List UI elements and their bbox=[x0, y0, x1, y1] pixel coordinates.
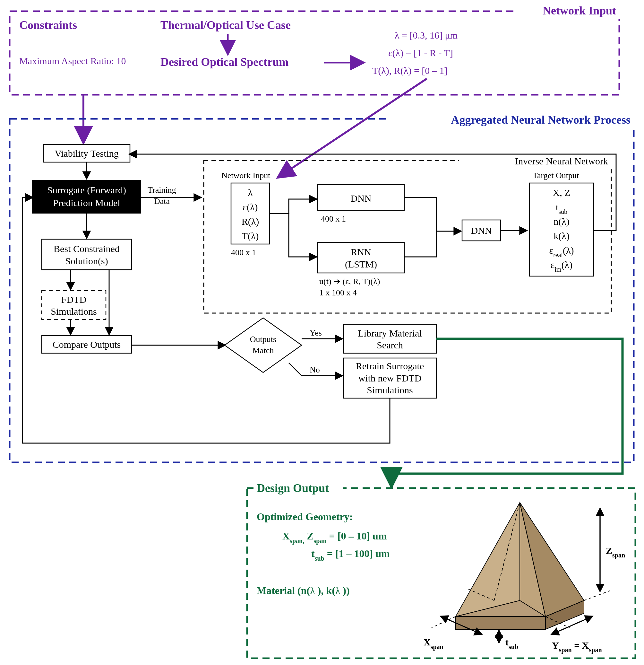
retrain-line2: with new FDTD bbox=[358, 373, 422, 383]
svg-rect-0 bbox=[9, 11, 619, 95]
zspan-label: Zspan bbox=[606, 545, 625, 559]
geom-line2: tsub = [1 – 100] um bbox=[311, 548, 390, 562]
pyramid-icon: Zspan Yspan = Xspan Xspan tsub bbox=[424, 502, 625, 654]
compare-box: Compare Outputs bbox=[42, 336, 132, 353]
decision-line1: Outputs bbox=[250, 335, 276, 344]
compare-label: Compare Outputs bbox=[53, 339, 121, 350]
usecase-line1: Thermal/Optical Use Case bbox=[160, 19, 291, 32]
dnn-label: DNN bbox=[351, 193, 372, 204]
rnn-line2: (LSTM) bbox=[345, 259, 377, 270]
rnn-note1: u(t) ➔ (ε, R, T)(λ) bbox=[319, 277, 380, 286]
network-input-title: Network Input bbox=[543, 4, 616, 17]
rnn-line1: RNN bbox=[351, 247, 371, 257]
network-input-panel: Network Input Constraints Maximum Aspect… bbox=[9, 3, 623, 95]
inverse-nn-panel: Inverse Neural Network Network Input λ ε… bbox=[204, 154, 613, 313]
training-data-line1: Training bbox=[148, 185, 176, 195]
constraints-value: Maximum Aspect Ratio: 10 bbox=[19, 56, 126, 66]
training-data-line2: Data bbox=[154, 196, 170, 206]
target-line2: n(λ) bbox=[553, 216, 569, 227]
decision-line2: Match bbox=[253, 346, 274, 355]
spec-line3: T(λ), R(λ) = [0 – 1] bbox=[372, 65, 447, 76]
surrogate-box: Surrogate (Forward) Prediction Model bbox=[32, 180, 141, 213]
material-label: Material (n(λ ), k(λ )) bbox=[257, 585, 350, 596]
library-search-box: Library Material Search bbox=[343, 324, 436, 353]
fdtd-line2: Simulations bbox=[51, 306, 97, 317]
aggregated-title: Aggregated Neural Network Process bbox=[451, 113, 630, 126]
tsub-label: tsub bbox=[505, 637, 518, 650]
retrain-feedback-arrow bbox=[22, 197, 390, 443]
opt-geom-title: Optimized Geometry: bbox=[257, 511, 353, 522]
best-line2: Solution(s) bbox=[65, 255, 108, 267]
split-to-rnn-arrow bbox=[270, 213, 316, 257]
rnn-to-dnn2-arrow bbox=[404, 231, 436, 257]
target-line3: k(λ) bbox=[553, 231, 569, 242]
inverse-input-1: ε(λ) bbox=[242, 202, 258, 213]
svg-marker-23 bbox=[456, 502, 520, 616]
design-output-panel: Design Output Optimized Geometry: Xspan,… bbox=[247, 480, 635, 658]
library-line2: Search bbox=[377, 340, 403, 350]
yspan-label: Yspan = Xspan bbox=[552, 640, 602, 654]
rnn-note2: 1 x 100 x 4 bbox=[319, 288, 357, 297]
dnn-dim: 400 x 1 bbox=[321, 214, 346, 224]
yes-label: Yes bbox=[310, 328, 322, 338]
dnn-to-dnn2-arrow bbox=[404, 197, 461, 231]
best-line1: Best Constrained bbox=[54, 243, 120, 254]
svg-line-29 bbox=[432, 616, 456, 628]
fdtd-line1: FDTD bbox=[61, 294, 86, 305]
retrain-line3: Simulations bbox=[367, 385, 413, 395]
xspan-label: Xspan bbox=[424, 637, 444, 650]
no-label: No bbox=[310, 365, 320, 375]
target-line0: X, Z bbox=[553, 187, 570, 198]
surrogate-line2: Prediction Model bbox=[53, 197, 120, 208]
target-title: Target Output bbox=[533, 171, 579, 180]
library-line1: Library Material bbox=[358, 328, 422, 339]
best-solution-box: Best Constrained Solution(s) bbox=[42, 239, 132, 270]
inverse-input-0: λ bbox=[248, 187, 253, 198]
spec-line1: λ = [0.3, 16] μm bbox=[395, 30, 457, 40]
inverse-input-3: T(λ) bbox=[242, 231, 259, 242]
usecase-line2: Desired Optical Spectrum bbox=[160, 56, 289, 69]
retrain-box: Retrain Surrogate with new FDTD Simulati… bbox=[343, 358, 436, 398]
fdtd-box: FDTD Simulations bbox=[42, 290, 106, 320]
inverse-input-dim: 400 x 1 bbox=[231, 248, 256, 257]
inverse-input-2: R(λ) bbox=[241, 216, 259, 227]
spectrum-to-inverse-arrow bbox=[279, 79, 427, 177]
svg-marker-18 bbox=[456, 616, 546, 629]
viability-box: Viability Testing bbox=[43, 145, 130, 162]
inverse-input-title: Network Input bbox=[221, 171, 271, 180]
split-to-dnn-arrow bbox=[270, 199, 316, 213]
svg-line-27 bbox=[584, 591, 610, 601]
geom-line1: Xspan, Zspan = [0 – 10] um bbox=[282, 530, 387, 545]
spec-line2: ε(λ) = [1 - R - T] bbox=[388, 48, 453, 58]
retrain-line1: Retrain Surrogate bbox=[356, 361, 424, 371]
constraints-label: Constraints bbox=[19, 19, 77, 32]
design-output-title: Design Output bbox=[257, 482, 329, 494]
inverse-title: Inverse Neural Network bbox=[515, 156, 608, 166]
dnn2-label: DNN bbox=[471, 225, 492, 236]
viability-label: Viability Testing bbox=[55, 148, 119, 159]
surrogate-line1: Surrogate (Forward) bbox=[47, 185, 126, 195]
